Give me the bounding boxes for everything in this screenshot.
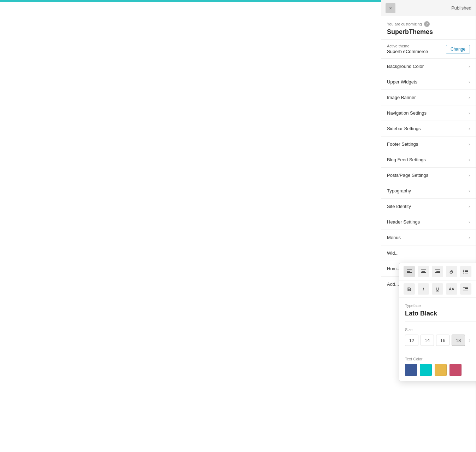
menu-item-header-settings[interactable]: Header Settings › [381, 214, 476, 230]
menu-item-site-identity[interactable]: Site Identity › [381, 199, 476, 214]
svg-rect-7 [436, 271, 440, 272]
close-button[interactable]: × [386, 3, 395, 13]
svg-rect-8 [435, 272, 440, 273]
svg-rect-0 [407, 270, 412, 270]
theme-label: Active theme [387, 44, 428, 48]
size-18[interactable]: 18 [452, 335, 465, 346]
typo-toolbar [399, 263, 476, 280]
customizer-panel: × Published You are customizing ? Superb… [381, 0, 476, 452]
chevron-icon: › [469, 189, 470, 193]
menu-item-menus[interactable]: Menus › [381, 230, 476, 245]
italic-button[interactable]: i [418, 283, 429, 295]
link-button[interactable] [446, 266, 457, 277]
typo-text-toolbar: B i U AA [399, 280, 476, 298]
menu-item-posts-page-settings[interactable]: Posts/Page Settings › [381, 168, 476, 183]
teal-bar [0, 0, 381, 2]
bold-button[interactable]: B [404, 283, 415, 295]
chevron-icon: › [469, 95, 470, 100]
chevron-icon: › [469, 204, 470, 209]
size-label: Size [405, 328, 476, 332]
indent-button[interactable] [460, 283, 471, 295]
menu-item-blog-feed-settings[interactable]: Blog Feed Settings › [381, 152, 476, 168]
align-left-button[interactable] [404, 266, 415, 277]
chevron-icon: › [469, 220, 470, 225]
svg-rect-2 [407, 272, 412, 273]
svg-rect-3 [421, 270, 426, 270]
svg-point-9 [463, 270, 464, 271]
underline-button[interactable]: U [432, 283, 443, 295]
svg-rect-6 [435, 270, 440, 270]
svg-rect-12 [465, 271, 468, 272]
typeface-label: Typeface [405, 303, 476, 308]
menu-item-navigation-settings[interactable]: Navigation Settings › [381, 105, 476, 121]
svg-point-13 [463, 273, 464, 274]
chevron-icon: › [469, 142, 470, 147]
panel-info: You are customizing ? SuperbThemes [381, 16, 476, 40]
svg-rect-16 [465, 288, 468, 289]
caps-button[interactable]: AA [446, 283, 457, 295]
typography-popup: B i U AA Typeface Lato Black Size 12 14 … [399, 263, 476, 381]
align-center-button[interactable] [418, 266, 429, 277]
svg-rect-10 [465, 270, 468, 271]
svg-point-11 [463, 271, 464, 272]
chevron-icon: › [469, 157, 470, 162]
menu-item-upper-widgets[interactable]: Upper Widgets › [381, 74, 476, 90]
help-icon[interactable]: ? [424, 21, 430, 27]
color-swatch-blue[interactable] [405, 364, 417, 376]
menu-item-image-banner[interactable]: Image Banner › [381, 90, 476, 105]
chevron-icon: › [469, 126, 470, 131]
size-options: 12 14 16 18 › [405, 335, 476, 351]
text-color-label: Text Color [405, 357, 476, 361]
color-swatches [405, 364, 476, 376]
change-theme-button[interactable]: Change [446, 45, 470, 53]
chevron-icon: › [469, 235, 470, 240]
chevron-icon: › [469, 64, 470, 69]
menu-item-sidebar-settings[interactable]: Sidebar Settings › [381, 121, 476, 137]
menu-item-typography[interactable]: Typography › [381, 183, 476, 199]
size-16[interactable]: 16 [436, 335, 449, 346]
svg-rect-1 [407, 271, 410, 272]
svg-rect-17 [463, 290, 468, 290]
typo-body: Typeface Lato Black Size 12 14 16 18 › T… [399, 298, 476, 381]
svg-rect-15 [463, 287, 468, 288]
typeface-value: Lato Black [405, 310, 476, 322]
panel-header: × Published [381, 0, 476, 16]
size-12[interactable]: 12 [405, 335, 418, 346]
color-swatch-yellow[interactable] [435, 364, 447, 376]
theme-name: Superb eCommerce [387, 49, 428, 54]
size-14[interactable]: 14 [421, 335, 434, 346]
color-swatch-red[interactable] [449, 364, 462, 376]
menu-item-footer-settings[interactable]: Footer Settings › [381, 137, 476, 152]
svg-rect-4 [422, 271, 425, 272]
site-name: SuperbThemes [387, 28, 470, 36]
menu-item-background-color[interactable]: Background Color › [381, 59, 476, 74]
theme-section: Active theme Superb eCommerce Change [381, 40, 476, 59]
published-status: Published [451, 5, 471, 11]
chevron-icon: › [469, 173, 470, 178]
chevron-icon: › [469, 111, 470, 116]
customizing-label: You are customizing ? [387, 21, 470, 27]
svg-rect-14 [465, 273, 468, 273]
align-right-button[interactable] [432, 266, 443, 277]
size-more-icon[interactable]: › [469, 337, 470, 343]
svg-rect-5 [421, 272, 426, 273]
menu-item-wid[interactable]: Wid... [381, 245, 476, 261]
color-swatch-teal[interactable] [420, 364, 432, 376]
chevron-icon: › [469, 80, 470, 85]
list-button[interactable] [460, 266, 471, 277]
menu-items-list: Background Color › Upper Widgets › Image… [381, 59, 476, 452]
